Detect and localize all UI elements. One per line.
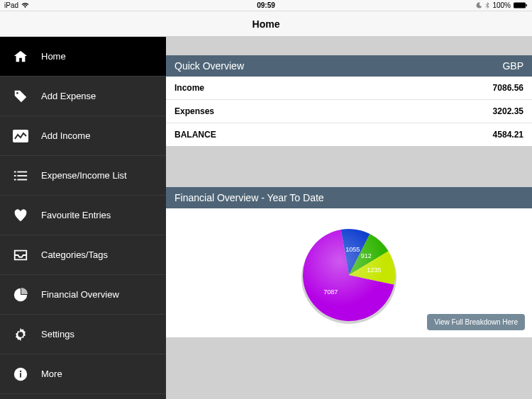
sidebar-item-add-income[interactable]: Add Income [0, 116, 166, 156]
sidebar-item-categories-tags[interactable]: Categories/Tags [0, 235, 166, 275]
sidebar-item-add-expense[interactable]: Add Expense [0, 77, 166, 116]
sidebar-item-home[interactable]: Home [0, 37, 166, 77]
sidebar-item-more[interactable]: More [0, 354, 166, 394]
device-label: iPad [4, 1, 18, 9]
sidebar-item-expense-income-list[interactable]: Expense/Income List [0, 156, 166, 196]
svg-point-12 [303, 229, 395, 321]
do-not-disturb-icon [476, 2, 482, 9]
sidebar-label: Home [41, 51, 66, 62]
svg-rect-4 [14, 175, 16, 176]
sidebar: Home Add Expense Add Income Expense/Inco… [0, 37, 166, 399]
quick-overview-title: Quick Overview [174, 60, 244, 72]
sidebar-label: Expense/Income List [41, 170, 127, 181]
svg-point-10 [20, 370, 21, 371]
sidebar-label: Settings [41, 329, 74, 339]
overview-row-balance: BALANCE 4584.21 [166, 123, 532, 146]
svg-rect-0 [514, 3, 526, 9]
chart-line-icon [13, 130, 28, 142]
sidebar-label: Add Income [41, 130, 90, 141]
sidebar-label: Categories/Tags [41, 249, 108, 260]
svg-rect-5 [17, 175, 27, 176]
sidebar-label: Favourite Entries [41, 210, 111, 220]
wifi-icon [21, 2, 29, 9]
svg-rect-6 [14, 179, 16, 180]
info-icon [13, 366, 28, 382]
sidebar-item-settings[interactable]: Settings [0, 315, 166, 354]
svg-rect-1 [526, 4, 528, 6]
page-title: Home [253, 18, 280, 30]
battery-pct: 100% [492, 1, 511, 9]
overview-value: 3202.35 [493, 106, 523, 116]
chart-area: 708710559121235 View Full Breakdown Here [166, 208, 532, 337]
pie-chart: 708710559121235 [296, 220, 402, 326]
svg-rect-9 [20, 373, 21, 377]
financial-overview-section: Financial Overview - Year To Date 708710… [166, 187, 532, 337]
content-area: Quick Overview GBP Income 7086.56 Expens… [166, 37, 532, 399]
quick-overview-rows: Income 7086.56 Expenses 3202.35 BALANCE … [166, 77, 532, 146]
svg-rect-3 [17, 171, 27, 172]
list-icon [13, 168, 28, 184]
overview-row-income: Income 7086.56 [166, 77, 532, 100]
home-icon [13, 49, 28, 64]
financial-overview-title: Financial Overview - Year To Date [174, 192, 324, 203]
sidebar-item-financial-overview[interactable]: Financial Overview [0, 275, 166, 315]
sidebar-label: Add Expense [41, 91, 96, 101]
battery-icon [514, 2, 528, 9]
sidebar-label: More [41, 369, 62, 379]
overview-value: 4584.21 [493, 130, 523, 140]
svg-rect-2 [14, 171, 16, 172]
overview-value: 7086.56 [493, 83, 523, 93]
gear-icon [13, 327, 28, 342]
quick-overview-section: Quick Overview GBP Income 7086.56 Expens… [166, 55, 532, 146]
overview-label: BALANCE [174, 130, 216, 140]
app-header: Home [0, 11, 532, 37]
status-time: 09:59 [257, 1, 275, 9]
overview-row-expenses: Expenses 3202.35 [166, 100, 532, 123]
heart-icon [13, 208, 28, 223]
quick-overview-header: Quick Overview GBP [166, 55, 532, 77]
financial-overview-header: Financial Overview - Year To Date [166, 187, 532, 208]
bluetooth-icon [485, 2, 489, 9]
view-full-breakdown-button[interactable]: View Full Breakdown Here [427, 314, 525, 330]
sidebar-label: Financial Overview [41, 289, 119, 300]
sidebar-item-favourite-entries[interactable]: Favourite Entries [0, 196, 166, 235]
svg-rect-7 [17, 179, 27, 180]
overview-label: Income [174, 83, 204, 93]
status-bar: iPad 09:59 100% [0, 0, 532, 11]
tag-icon [13, 89, 28, 104]
overview-label: Expenses [174, 106, 214, 116]
quick-overview-currency: GBP [502, 60, 523, 72]
pie-chart-icon [13, 287, 28, 303]
inbox-icon [13, 247, 28, 263]
